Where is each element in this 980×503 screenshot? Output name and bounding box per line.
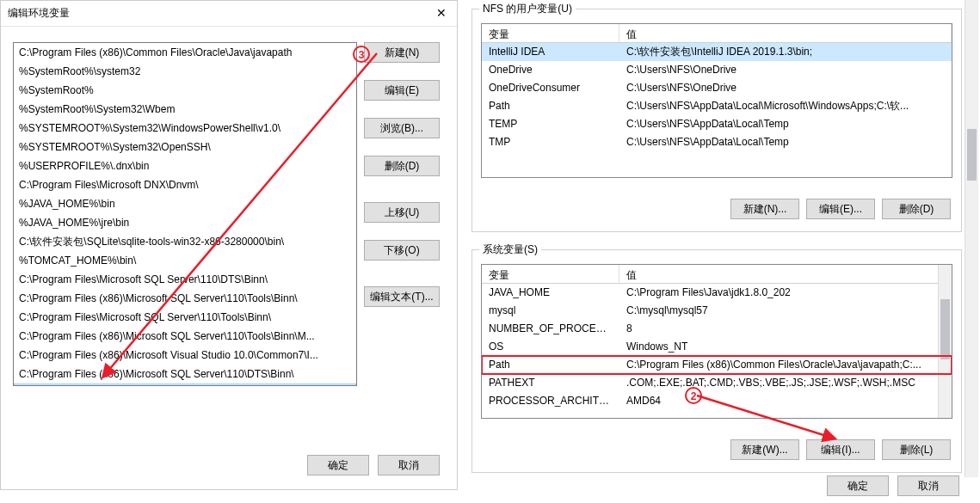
sys-group-label: 系统变量(S): [479, 242, 541, 257]
path-list-item[interactable]: %SYSTEMROOT%\System32\WindowsPowerShell\…: [14, 119, 356, 138]
path-list-item[interactable]: C:\Program Files\Microsoft DNX\Dnvm\: [14, 175, 356, 194]
path-list-item[interactable]: %JAVA_HOME%\bin: [14, 194, 356, 213]
col-header-var: 变量: [482, 265, 619, 283]
path-list-item[interactable]: C:\Program Files\Microsoft SQL Server\11…: [14, 308, 356, 327]
new-button[interactable]: 新建(N): [364, 42, 440, 63]
system-vars-table[interactable]: 变量 值 JAVA_HOMEC:\Program Files\Java\jdk1…: [481, 264, 952, 419]
ok-button[interactable]: 确定: [827, 475, 889, 496]
table-row[interactable]: PROCESSOR_ARCHITECT...AMD64: [482, 392, 952, 410]
delete-button[interactable]: 删除(D): [364, 156, 440, 176]
path-list[interactable]: C:\Program Files (x86)\Common Files\Orac…: [13, 42, 357, 386]
path-list-item[interactable]: C:\软件安装包\SQLite\sqlite-tools-win32-x86-3…: [14, 232, 356, 251]
browse-button[interactable]: 浏览(B)...: [364, 118, 440, 138]
path-list-item[interactable]: %SystemRoot%: [14, 81, 356, 100]
path-list-item[interactable]: C:\Program Files (x86)\Microsoft SQL Ser…: [14, 289, 356, 308]
cell-val: C:\Users\NFS\OneDrive: [619, 61, 952, 79]
table-row[interactable]: TEMPC:\Users\NFS\AppData\Local\Temp: [482, 115, 952, 133]
sys-edit-button[interactable]: 编辑(I)...: [806, 439, 875, 460]
sys-delete-button[interactable]: 删除(L): [882, 439, 951, 460]
cell-val: C:\Program Files (x86)\Common Files\Orac…: [619, 356, 952, 374]
path-list-item[interactable]: %JAVA_HOME%\jre\bin: [14, 213, 356, 232]
cell-val: AMD64: [619, 392, 952, 410]
edit-button[interactable]: 编辑(E): [364, 80, 440, 101]
annotation-circle-2: 2: [685, 387, 702, 404]
user-group-buttons: 新建(N)... 编辑(E)... 删除(D): [730, 199, 951, 219]
col-header-var: 变量: [482, 24, 619, 42]
cell-var: OneDriveConsumer: [482, 79, 619, 97]
table-row[interactable]: OneDriveConsumerC:\Users\NFS\OneDrive: [482, 79, 952, 97]
panel-scrollbar[interactable]: [965, 0, 978, 477]
table-row[interactable]: NUMBER_OF_PROCESSORS8: [482, 320, 952, 338]
ok-button[interactable]: 确定: [307, 455, 369, 475]
sys-group-buttons: 新建(W)... 编辑(I)... 删除(L): [730, 439, 951, 460]
path-list-item[interactable]: C:\Program Files\Microsoft SQL Server\11…: [14, 270, 356, 289]
cell-var: NUMBER_OF_PROCESSORS: [482, 320, 619, 338]
cell-val: C:\Users\NFS\AppData\Local\Temp: [619, 133, 952, 151]
scrollbar-thumb[interactable]: [940, 299, 950, 359]
cell-var: IntelliJ IDEA: [482, 43, 619, 61]
cancel-button[interactable]: 取消: [378, 455, 440, 475]
user-vars-group: NFS 的用户变量(U) 变量 值 IntelliJ IDEAC:\软件安装包\…: [472, 9, 962, 232]
dialog-footer: 确定 取消: [307, 455, 440, 475]
cell-val: C:\Users\NFS\AppData\Local\Microsoft\Win…: [619, 97, 952, 115]
user-group-label: NFS 的用户变量(U): [479, 2, 576, 16]
cell-val: C:\mysql\mysql57: [619, 302, 952, 320]
cell-var: JAVA_HOME: [482, 284, 619, 302]
cell-val: C:\软件安装包\IntelliJ IDEA 2019.1.3\bin;: [619, 43, 952, 61]
user-delete-button[interactable]: 删除(D): [882, 199, 951, 219]
cell-val: C:\Program Files\Java\jdk1.8.0_202: [619, 284, 952, 302]
path-list-item[interactable]: C:\Program Files (x86)\Microsoft SQL Ser…: [14, 327, 356, 346]
cancel-button[interactable]: 取消: [897, 475, 959, 496]
path-list-item[interactable]: C:\Program Files (x86)\Microsoft Visual …: [14, 346, 356, 365]
path-list-item[interactable]: %mysql%\bin: [14, 383, 356, 386]
cell-var: OS: [482, 338, 619, 356]
cell-val: C:\Users\NFS\AppData\Local\Temp: [619, 115, 952, 133]
annotation-circle-3: 3: [353, 46, 370, 63]
scrollbar-thumb[interactable]: [967, 129, 977, 181]
table-row[interactable]: TMPC:\Users\NFS\AppData\Local\Temp: [482, 133, 952, 151]
panel-footer: 确定 取消: [827, 475, 959, 496]
path-list-item[interactable]: %SystemRoot%\System32\Wbem: [14, 100, 356, 119]
table-row[interactable]: IntelliJ IDEAC:\软件安装包\IntelliJ IDEA 2019…: [482, 43, 952, 61]
user-vars-table[interactable]: 变量 值 IntelliJ IDEAC:\软件安装包\IntelliJ IDEA…: [481, 23, 952, 178]
table-row[interactable]: mysqlC:\mysql\mysql57: [482, 302, 952, 320]
path-list-item[interactable]: %SYSTEMROOT%\System32\OpenSSH\: [14, 138, 356, 156]
edit-env-var-dialog: 编辑环境变量 ✕ C:\Program Files (x86)\Common F…: [0, 0, 458, 490]
edit-text-button[interactable]: 编辑文本(T)...: [364, 286, 440, 307]
table-row[interactable]: OSWindows_NT: [482, 338, 952, 356]
col-header-val: 值: [619, 265, 952, 283]
cell-var: OneDrive: [482, 61, 619, 79]
cell-var: PATHEXT: [482, 374, 619, 392]
cell-var: mysql: [482, 302, 619, 320]
table-row[interactable]: OneDriveC:\Users\NFS\OneDrive: [482, 61, 952, 79]
table-row[interactable]: PATHEXT.COM;.EXE;.BAT;.CMD;.VBS;.VBE;.JS…: [482, 374, 952, 392]
path-list-item[interactable]: %TOMCAT_HOME%\bin\: [14, 251, 356, 270]
path-list-item[interactable]: C:\Program Files (x86)\Microsoft SQL Ser…: [14, 365, 356, 383]
user-new-button[interactable]: 新建(N)...: [730, 199, 799, 219]
move-down-button[interactable]: 下移(O): [364, 240, 440, 261]
cell-val: .COM;.EXE;.BAT;.CMD;.VBS;.VBE;.JS;.JSE;.…: [619, 374, 952, 392]
sys-new-button[interactable]: 新建(W)...: [730, 439, 799, 460]
table-row[interactable]: JAVA_HOMEC:\Program Files\Java\jdk1.8.0_…: [482, 284, 952, 302]
path-list-item[interactable]: %SystemRoot%\system32: [14, 62, 356, 81]
env-vars-panel: NFS 的用户变量(U) 变量 值 IntelliJ IDEAC:\软件安装包\…: [465, 0, 977, 503]
cell-var: TEMP: [482, 115, 619, 133]
path-list-item[interactable]: %USERPROFILE%\.dnx\bin: [14, 156, 356, 175]
dialog-titlebar: 编辑环境变量 ✕: [1, 1, 457, 27]
cell-var: PROCESSOR_ARCHITECT...: [482, 392, 619, 410]
cell-var: TMP: [482, 133, 619, 151]
table-row[interactable]: PathC:\Program Files (x86)\Common Files\…: [482, 356, 952, 374]
cell-var: Path: [482, 97, 619, 115]
scrollbar[interactable]: [938, 265, 952, 418]
table-header: 变量 值: [482, 24, 952, 43]
cell-val: Windows_NT: [619, 338, 952, 356]
user-edit-button[interactable]: 编辑(E)...: [806, 199, 875, 219]
table-row[interactable]: PathC:\Users\NFS\AppData\Local\Microsoft…: [482, 97, 952, 115]
table-header: 变量 值: [482, 265, 952, 284]
cell-val: C:\Users\NFS\OneDrive: [619, 79, 952, 97]
path-list-item[interactable]: C:\Program Files (x86)\Common Files\Orac…: [14, 43, 356, 62]
system-vars-group: 系统变量(S) 变量 值 JAVA_HOMEC:\Program Files\J…: [472, 249, 962, 473]
close-icon[interactable]: ✕: [433, 4, 450, 21]
left-button-column: 新建(N) 编辑(E) 浏览(B)... 删除(D) 上移(U) 下移(O) 编…: [364, 42, 445, 307]
move-up-button[interactable]: 上移(U): [364, 202, 440, 223]
